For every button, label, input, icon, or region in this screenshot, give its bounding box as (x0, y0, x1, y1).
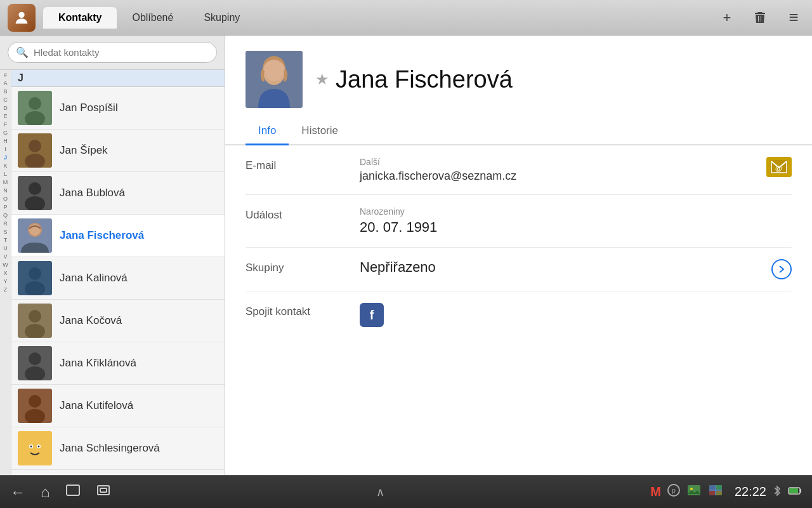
email-value[interactable]: janicka.fischerova@seznam.cz (360, 170, 766, 183)
letter-f[interactable]: F (4, 121, 8, 129)
avatar (18, 218, 52, 253)
letter-b[interactable]: B (3, 88, 7, 96)
detail-panel: ★ Jana Fischerová Info Historie E-mail D… (225, 36, 812, 475)
tab-skupiny[interactable]: Skupiny (188, 7, 255, 29)
letter-index: # A B C D E F G H I J K L M N O P Q R S (0, 70, 11, 475)
chevron-up-button[interactable]: ∧ (376, 485, 384, 499)
letter-o[interactable]: O (3, 195, 8, 203)
contact-name: Jana Kutifelová (60, 399, 133, 412)
info-section: E-mail Další janicka.fischerova@seznam.c… (225, 145, 812, 338)
bluetooth-icon[interactable] (773, 485, 782, 500)
delete-contact-button[interactable] (749, 6, 771, 29)
letter-t[interactable]: T (4, 236, 8, 244)
list-item[interactable]: Jana Křiklánová (11, 342, 225, 385)
app-icon (8, 4, 36, 32)
letter-h[interactable]: H (3, 137, 8, 145)
recent-apps-icon (65, 483, 81, 498)
avatar (18, 431, 52, 465)
menu-button[interactable]: ≡ (782, 6, 804, 29)
letter-m[interactable]: M (3, 178, 8, 187)
media-icon[interactable] (708, 483, 723, 501)
letter-q[interactable]: Q (3, 211, 8, 220)
tab-historie[interactable]: Historie (289, 118, 351, 145)
avatar (18, 261, 52, 295)
letter-z[interactable]: Z (4, 286, 8, 294)
letter-j[interactable]: J (4, 154, 7, 162)
tab-info[interactable]: Info (246, 118, 289, 145)
letter-c[interactable]: C (3, 96, 8, 104)
letter-e[interactable]: E (3, 112, 7, 121)
event-row: Událost Narozeniny 20. 07. 1991 (246, 195, 792, 248)
groups-arrow-button[interactable] (771, 259, 792, 279)
letter-v[interactable]: V (3, 253, 7, 261)
photos-icon[interactable] (686, 483, 702, 501)
email-icon: @ (770, 160, 788, 174)
letter-d[interactable]: D (3, 104, 8, 112)
avatar (18, 304, 52, 338)
svg-text:@: @ (775, 164, 782, 172)
svg-rect-50 (800, 489, 801, 493)
letter-y[interactable]: Y (3, 277, 7, 286)
list-item[interactable]: Jan Šípek (11, 130, 225, 172)
contact-photo-image (246, 51, 303, 108)
pocket-icon: p (667, 484, 680, 497)
avatar (18, 91, 52, 125)
avatar-silhouette (18, 176, 52, 210)
letter-k[interactable]: K (3, 162, 7, 170)
letter-hash[interactable]: # (4, 71, 7, 79)
search-input[interactable] (34, 47, 209, 58)
groups-content: Nepřiřazeno (360, 259, 771, 276)
letter-g[interactable]: G (3, 129, 8, 137)
svg-point-29 (30, 446, 32, 448)
app-icon-p[interactable]: p (667, 484, 680, 500)
letter-l[interactable]: L (4, 170, 7, 178)
letter-u[interactable]: U (3, 244, 8, 253)
avatar (18, 346, 52, 380)
detail-tabs: Info Historie (225, 118, 812, 145)
screenshot-button[interactable] (96, 483, 111, 502)
top-actions: + ≡ (716, 6, 804, 29)
tab-oblibene[interactable]: Oblíbené (117, 7, 188, 29)
list-item[interactable]: Jana Bublová (11, 172, 225, 215)
letter-s[interactable]: S (3, 228, 7, 236)
groups-value: Nepřiřazeno (360, 259, 771, 276)
event-content: Narozeniny 20. 07. 1991 (360, 206, 792, 236)
list-item[interactable]: Jana Fischerová (11, 215, 225, 257)
home-button[interactable]: ⌂ (41, 483, 50, 501)
list-item[interactable]: Jana Kočová (11, 300, 225, 342)
recent-apps-button[interactable] (65, 483, 81, 502)
email-content: Další janicka.fischerova@seznam.cz (360, 157, 766, 183)
contact-photo (246, 51, 303, 108)
event-value: 20. 07. 1991 (360, 219, 792, 236)
star-icon[interactable]: ★ (315, 70, 329, 88)
search-wrap[interactable]: 🔍 (8, 42, 217, 63)
list-item[interactable]: Jana Schlesingerová (11, 427, 225, 470)
letter-i[interactable]: I (4, 145, 6, 154)
gmail-icon[interactable]: M (650, 485, 661, 499)
contacts-icon (13, 9, 30, 27)
list-item[interactable]: Jana Kutifelová (11, 385, 225, 427)
facebook-button[interactable]: f (360, 303, 384, 327)
letter-w[interactable]: W (3, 261, 8, 269)
add-contact-button[interactable]: + (716, 6, 738, 29)
avatar-cartoon (18, 431, 52, 465)
letter-x[interactable]: X (3, 269, 7, 277)
email-row: E-mail Další janicka.fischerova@seznam.c… (246, 145, 792, 195)
letter-n[interactable]: N (3, 187, 8, 195)
list-item[interactable]: Jan Pospíšil (11, 87, 225, 130)
letter-p[interactable]: P (3, 203, 7, 211)
avatar-silhouette (18, 261, 52, 295)
letter-r[interactable]: R (3, 220, 8, 228)
back-button[interactable]: ← (10, 483, 25, 501)
contact-name: Jan Šípek (60, 144, 108, 157)
list-item[interactable]: Jana Kalinová (11, 257, 225, 300)
search-icon: 🔍 (16, 46, 29, 58)
letter-a[interactable]: A (3, 79, 7, 88)
email-send-button[interactable]: @ (766, 157, 792, 177)
avatar (18, 133, 52, 168)
svg-point-5 (29, 140, 41, 152)
tab-kontakty[interactable]: Kontakty (43, 7, 117, 29)
svg-rect-46 (716, 485, 722, 490)
svg-rect-51 (789, 488, 798, 493)
contact-name: Jana Křiklánová (60, 357, 136, 370)
